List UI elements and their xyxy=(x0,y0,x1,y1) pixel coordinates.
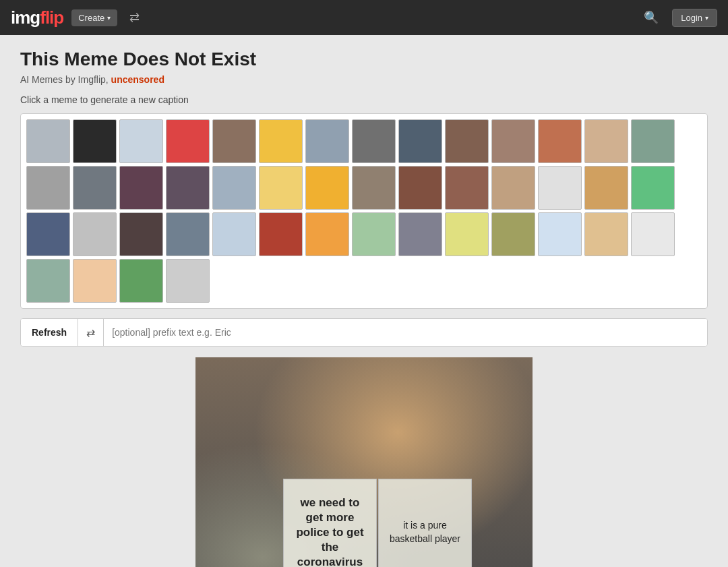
meme-thumb[interactable] xyxy=(305,119,349,163)
shuffle-button[interactable]: ⇄ xyxy=(125,7,144,28)
trump-meme-image: we need to get more police to get the co… xyxy=(195,357,533,567)
meme-thumb[interactable] xyxy=(398,166,442,210)
login-chevron-icon: ▾ xyxy=(705,14,708,22)
create-button[interactable]: Create ▾ xyxy=(71,9,117,26)
logo[interactable]: imgflip xyxy=(11,7,63,28)
meme-thumb[interactable] xyxy=(352,212,396,256)
meme-thumb[interactable] xyxy=(398,119,442,163)
meme-caption-left: we need to get more police to get the co… xyxy=(283,479,377,567)
prefix-input[interactable] xyxy=(104,319,707,346)
meme-thumb[interactable] xyxy=(631,119,675,163)
meme-thumb[interactable] xyxy=(584,119,628,163)
meme-thumb[interactable] xyxy=(212,166,256,210)
meme-thumb[interactable] xyxy=(119,259,163,303)
shuffle-bar-button[interactable]: ⇄ xyxy=(78,319,104,346)
create-chevron-icon: ▾ xyxy=(107,14,111,22)
uncensored-label: uncensored xyxy=(111,74,164,85)
meme-thumb[interactable] xyxy=(166,166,210,210)
refresh-button[interactable]: Refresh xyxy=(21,319,78,346)
meme-thumb[interactable] xyxy=(166,119,210,163)
search-icon: 🔍 xyxy=(644,11,659,24)
meme-thumb[interactable] xyxy=(352,119,396,163)
meme-thumb[interactable] xyxy=(119,119,163,163)
subtitle: AI Memes by Imgflip, uncensored xyxy=(20,74,708,85)
header: imgflip Create ▾ ⇄ 🔍 Login ▾ xyxy=(0,0,728,35)
meme-grid xyxy=(20,113,708,309)
meme-thumb[interactable] xyxy=(305,212,349,256)
meme-thumb[interactable] xyxy=(26,212,70,256)
refresh-bar: Refresh ⇄ xyxy=(20,318,708,347)
meme-thumb[interactable] xyxy=(305,166,349,210)
meme-thumb[interactable] xyxy=(631,212,675,256)
login-button[interactable]: Login ▾ xyxy=(672,9,717,27)
meme-thumb[interactable] xyxy=(584,166,628,210)
search-button[interactable]: 🔍 xyxy=(638,7,664,28)
meme-thumb[interactable] xyxy=(538,166,582,210)
subtitle-prefix: AI Memes by Imgflip, xyxy=(20,74,109,85)
signing-paper: we need to get more police to get the co… xyxy=(283,479,472,567)
meme-image-box[interactable]: we need to get more police to get the co… xyxy=(195,357,533,567)
meme-thumb[interactable] xyxy=(73,259,117,303)
meme-thumb[interactable] xyxy=(631,166,675,210)
meme-thumb[interactable] xyxy=(538,119,582,163)
meme-thumb[interactable] xyxy=(491,212,535,256)
meme-thumb[interactable] xyxy=(73,212,117,256)
meme-caption-right: it is a pure basketball player xyxy=(378,479,472,567)
meme-thumb[interactable] xyxy=(398,212,442,256)
meme-thumb[interactable] xyxy=(584,212,628,256)
meme-thumb[interactable] xyxy=(352,166,396,210)
meme-thumb[interactable] xyxy=(491,119,535,163)
shuffle-bar-icon: ⇄ xyxy=(86,326,95,339)
logo-flip-text: flip xyxy=(40,7,63,28)
login-label: Login xyxy=(681,13,702,23)
main-content: This Meme Does Not Exist AI Memes by Img… xyxy=(0,35,728,567)
meme-thumb[interactable] xyxy=(445,212,489,256)
meme-thumb[interactable] xyxy=(73,119,117,163)
meme-thumb[interactable] xyxy=(166,259,210,303)
page-title: This Meme Does Not Exist xyxy=(20,49,708,70)
meme-thumb[interactable] xyxy=(212,119,256,163)
logo-img-text: img xyxy=(11,7,40,28)
meme-thumb[interactable] xyxy=(73,166,117,210)
meme-thumb[interactable] xyxy=(212,212,256,256)
meme-thumb[interactable] xyxy=(259,212,303,256)
meme-thumb[interactable] xyxy=(26,259,70,303)
meme-image-container: we need to get more police to get the co… xyxy=(20,357,708,567)
meme-thumb[interactable] xyxy=(538,212,582,256)
meme-thumb[interactable] xyxy=(259,119,303,163)
meme-thumb[interactable] xyxy=(445,166,489,210)
meme-thumb[interactable] xyxy=(26,166,70,210)
create-label: Create xyxy=(78,13,104,23)
meme-thumb[interactable] xyxy=(119,166,163,210)
meme-thumb[interactable] xyxy=(445,119,489,163)
shuffle-icon: ⇄ xyxy=(129,11,140,24)
meme-thumb[interactable] xyxy=(491,166,535,210)
meme-thumb[interactable] xyxy=(26,119,70,163)
meme-thumb[interactable] xyxy=(119,212,163,256)
meme-thumb[interactable] xyxy=(166,212,210,256)
instruction-text: Click a meme to generate a new caption xyxy=(20,94,708,105)
meme-thumb[interactable] xyxy=(259,166,303,210)
